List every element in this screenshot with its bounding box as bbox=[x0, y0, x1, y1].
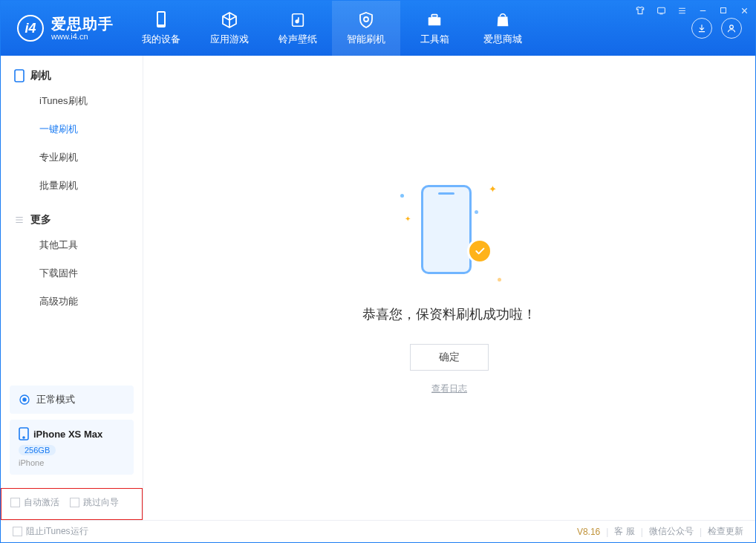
svg-rect-0 bbox=[657, 7, 665, 13]
decor-dot bbox=[475, 210, 478, 214]
sparkle-icon: ✦ bbox=[489, 183, 497, 195]
nav-my-device[interactable]: 我的设备 bbox=[127, 1, 195, 56]
sidebar-item-advanced[interactable]: 高级功能 bbox=[1, 287, 143, 316]
sidebar-item-oneclick-flash[interactable]: 一键刷机 bbox=[1, 115, 143, 143]
shield-icon bbox=[356, 10, 376, 30]
sidebar-item-download-firmware[interactable]: 下载固件 bbox=[1, 259, 143, 287]
device-panel: 正常模式 iPhone XS Max 256GB iPhone bbox=[1, 378, 143, 488]
view-log-link[interactable]: 查看日志 bbox=[431, 383, 467, 395]
app-url: www.i4.cn bbox=[51, 32, 114, 41]
app-window: i4 爱思助手 www.i4.cn 我的设备 应用游戏 铃声壁纸 智能刷机 bbox=[0, 0, 756, 543]
checkbox-auto-activate[interactable]: 自动激活 bbox=[10, 496, 59, 509]
device-card[interactable]: iPhone XS Max 256GB iPhone bbox=[10, 420, 134, 475]
nav-toolbox[interactable]: 工具箱 bbox=[400, 1, 469, 56]
nav-apps-games[interactable]: 应用游戏 bbox=[195, 1, 264, 56]
sidebar-item-other-tools[interactable]: 其他工具 bbox=[1, 231, 143, 259]
confirm-button[interactable]: 确定 bbox=[410, 344, 489, 371]
download-button[interactable] bbox=[691, 18, 712, 39]
statusbar: 阻止iTunes运行 V8.16 | 客 服 | 微信公众号 | 检查更新 bbox=[1, 520, 755, 542]
svg-point-13 bbox=[23, 437, 25, 438]
bag-icon bbox=[493, 10, 512, 30]
svg-rect-9 bbox=[15, 70, 24, 82]
checkbox-block-itunes[interactable]: 阻止iTunes运行 bbox=[13, 525, 88, 538]
sidebar: 刷机 iTunes刷机 一键刷机 专业刷机 批量刷机 更多 其他工具 下载固件 … bbox=[1, 56, 143, 520]
sidebar-item-itunes-flash[interactable]: iTunes刷机 bbox=[1, 87, 143, 115]
toolbox-icon bbox=[425, 10, 444, 30]
nav-store[interactable]: 爱思商城 bbox=[469, 1, 537, 56]
check-badge-icon bbox=[467, 238, 492, 264]
window-controls bbox=[633, 4, 751, 17]
nav-ringtones[interactable]: 铃声壁纸 bbox=[264, 1, 332, 56]
phone-icon bbox=[19, 427, 29, 440]
nav-flash[interactable]: 智能刷机 bbox=[332, 1, 400, 56]
dial-icon bbox=[19, 394, 30, 406]
logo[interactable]: i4 爱思助手 www.i4.cn bbox=[1, 1, 127, 56]
svg-rect-6 bbox=[428, 17, 441, 25]
device-icon bbox=[151, 10, 171, 30]
sparkle-icon: ✦ bbox=[405, 215, 411, 223]
support-link[interactable]: 客 服 bbox=[614, 525, 634, 538]
sidebar-group-label: 刷机 bbox=[30, 69, 51, 82]
flash-options-panel: 自动激活 跳过向导 bbox=[1, 488, 143, 520]
phone-illustration bbox=[421, 185, 472, 274]
user-button[interactable] bbox=[721, 18, 742, 39]
close-button[interactable] bbox=[737, 4, 751, 17]
sidebar-group-flash: 刷机 iTunes刷机 一键刷机 专业刷机 批量刷机 bbox=[1, 56, 143, 200]
checkbox-icon bbox=[13, 527, 22, 536]
logo-icon: i4 bbox=[17, 15, 44, 42]
phone-outline-icon bbox=[14, 69, 25, 82]
cube-icon bbox=[220, 10, 239, 30]
success-illustration: ✦ ✦ bbox=[405, 181, 494, 284]
check-update-link[interactable]: 检查更新 bbox=[708, 525, 743, 538]
version-label: V8.16 bbox=[577, 527, 600, 537]
device-mode-card[interactable]: 正常模式 bbox=[10, 386, 134, 414]
success-message: 恭喜您，保资料刷机成功啦！ bbox=[362, 305, 536, 323]
sidebar-item-pro-flash[interactable]: 专业刷机 bbox=[1, 143, 143, 172]
device-storage: 256GB bbox=[19, 445, 56, 455]
checkbox-skip-guide[interactable]: 跳过向导 bbox=[70, 496, 119, 509]
device-name: iPhone XS Max bbox=[33, 429, 102, 440]
device-type: iPhone bbox=[19, 458, 44, 467]
svg-point-5 bbox=[364, 17, 368, 22]
tshirt-icon[interactable] bbox=[633, 4, 647, 17]
music-icon bbox=[288, 10, 307, 30]
maximize-button[interactable] bbox=[717, 4, 730, 17]
menu-icon[interactable] bbox=[675, 4, 688, 17]
sidebar-group-label: 更多 bbox=[30, 213, 51, 227]
svg-rect-3 bbox=[158, 13, 164, 25]
minimize-button[interactable] bbox=[696, 4, 709, 17]
app-name: 爱思助手 bbox=[51, 16, 114, 32]
checkbox-icon bbox=[10, 498, 20, 507]
svg-rect-1 bbox=[721, 8, 726, 13]
svg-rect-7 bbox=[431, 15, 437, 18]
top-nav: 我的设备 应用游戏 铃声壁纸 智能刷机 工具箱 爱思商城 bbox=[127, 1, 537, 56]
decor-dot bbox=[400, 194, 404, 198]
main-content: ✦ ✦ 恭喜您，保资料刷机成功啦！ 确定 查看日志 bbox=[143, 56, 755, 520]
body: 刷机 iTunes刷机 一键刷机 专业刷机 批量刷机 更多 其他工具 下载固件 … bbox=[1, 56, 755, 520]
device-mode-label: 正常模式 bbox=[36, 393, 75, 406]
svg-point-8 bbox=[730, 25, 734, 29]
decor-dot bbox=[498, 278, 501, 282]
wechat-link[interactable]: 微信公众号 bbox=[649, 525, 694, 538]
checkbox-icon bbox=[70, 498, 79, 507]
list-icon bbox=[14, 215, 25, 225]
feedback-icon[interactable] bbox=[654, 4, 668, 17]
svg-point-11 bbox=[23, 398, 26, 401]
sidebar-group-more: 更多 其他工具 下载固件 高级功能 bbox=[1, 200, 143, 316]
sidebar-item-batch-flash[interactable]: 批量刷机 bbox=[1, 172, 143, 200]
